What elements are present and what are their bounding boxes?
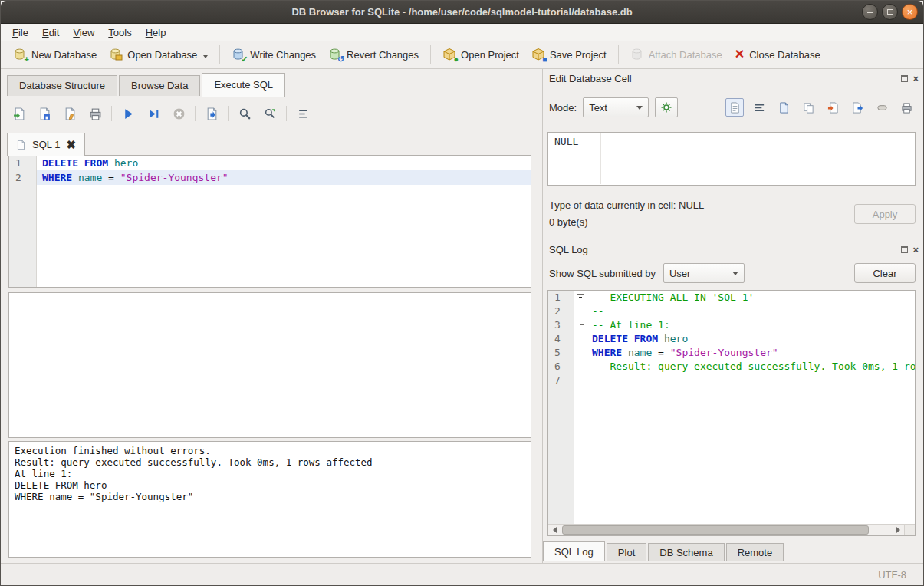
open-in-external-button[interactable] — [774, 98, 793, 117]
cell-editor[interactable]: NULL — [547, 132, 916, 186]
export-icon — [852, 102, 863, 114]
close-icon: × — [907, 7, 913, 17]
execute-current-line-button[interactable] — [144, 104, 163, 123]
find-icon — [238, 107, 252, 120]
dock-tab-sql-log[interactable]: SQL Log — [543, 541, 605, 561]
sql-tab[interactable]: SQL 1 ✖ — [7, 133, 85, 156]
copy-button[interactable] — [799, 98, 817, 117]
toolbar-separator — [286, 106, 287, 121]
attach-database-icon — [630, 48, 644, 61]
message-line: Result: query executed successfully. Too… — [15, 456, 525, 468]
tab-browse-data[interactable]: Browse Data — [119, 75, 200, 96]
execution-messages[interactable]: Execution finished without errors.Result… — [8, 441, 531, 558]
filter-label: Show SQL submitted by — [549, 268, 656, 279]
text-view-toggle[interactable] — [725, 98, 744, 117]
scroll-left-button[interactable] — [548, 525, 561, 535]
new-database-button[interactable]: + New Database — [7, 44, 103, 65]
revert-changes-button[interactable]: ↺ Revert Changes — [322, 44, 425, 65]
dock-tab-db-schema[interactable]: DB Schema — [648, 543, 724, 561]
scroll-track[interactable] — [561, 525, 892, 535]
fold-margin — [574, 374, 587, 387]
tab-execute-sql[interactable]: Execute SQL — [202, 73, 285, 97]
auto-switch-mode-icon — [660, 101, 672, 114]
scroll-right-button[interactable] — [892, 525, 904, 535]
arrow-right-icon — [896, 527, 900, 533]
menu-edit[interactable]: Edit — [35, 25, 66, 41]
save-sql-file-as-icon — [64, 107, 77, 120]
code-line: 6-- Result: query executed successfully.… — [548, 360, 915, 374]
word-wrap-button[interactable] — [750, 98, 768, 117]
minimize-button[interactable] — [862, 4, 878, 20]
write-changes-button[interactable]: ✓ Write Changes — [225, 44, 322, 65]
menu-help[interactable]: Help — [139, 25, 173, 41]
close-dock-icon[interactable]: × — [912, 245, 919, 255]
open-database-button[interactable]: Open Database — [103, 44, 214, 65]
float-dock-icon[interactable] — [901, 75, 908, 82]
find-replace-icon — [264, 107, 277, 120]
sql-editor[interactable]: 1DELETE FROM hero2WHERE name = "Spider-Y… — [8, 155, 531, 288]
apply-button: Apply — [854, 204, 916, 224]
save-project-button[interactable]: ■ Save Project — [525, 44, 613, 65]
menu-view[interactable]: View — [66, 25, 101, 41]
results-grid[interactable] — [8, 292, 531, 438]
import-button[interactable] — [824, 98, 842, 117]
save-sql-file-button[interactable] — [35, 104, 54, 123]
code-line: 2WHERE name = "Spider-Youngster" — [9, 170, 531, 185]
print-button[interactable] — [86, 104, 104, 123]
mode-select[interactable]: Text — [583, 97, 649, 117]
save-results-button[interactable] — [202, 104, 221, 123]
execute-all-button[interactable] — [119, 104, 137, 123]
code-line: 1-- EXECUTING ALL IN 'SQL 1' — [548, 291, 915, 305]
close-database-icon: ✕ — [735, 48, 745, 61]
right-panel: Edit Database Cell × Mode: Text — [542, 69, 923, 563]
find-replace-button[interactable] — [261, 104, 279, 123]
scroll-thumb[interactable] — [562, 525, 869, 535]
print-cell-button[interactable] — [897, 98, 916, 117]
clear-log-button[interactable]: Clear — [854, 263, 916, 283]
sql-log-view[interactable]: 1-- EXECUTING ALL IN 'SQL 1'2--3-- At li… — [547, 290, 916, 536]
dock-tab-remote[interactable]: Remote — [726, 543, 784, 561]
horizontal-scrollbar[interactable] — [548, 524, 915, 535]
open-in-external-icon — [778, 102, 790, 114]
write-changes-icon: ✓ — [232, 48, 245, 61]
tab-database-structure[interactable]: Database Structure — [7, 75, 117, 96]
print-icon — [901, 102, 912, 114]
message-line: WHERE name = "Spider-Youngster" — [15, 491, 525, 502]
encoding-indicator[interactable]: UTF-8 — [878, 569, 906, 581]
chevron-down-icon[interactable] — [203, 55, 208, 58]
save-results-icon — [206, 107, 219, 120]
submitted-by-select[interactable]: User — [663, 263, 745, 283]
code-line: 1DELETE FROM hero — [9, 156, 531, 170]
window-controls: × — [862, 4, 918, 20]
close-button[interactable]: × — [902, 4, 918, 20]
open-database-icon — [109, 48, 123, 61]
fold-marker-icon[interactable] — [574, 291, 587, 305]
export-button[interactable] — [848, 98, 866, 117]
sql-file-icon — [16, 140, 26, 150]
find-button[interactable] — [235, 104, 254, 123]
float-dock-icon[interactable] — [901, 246, 908, 253]
chevron-down-icon — [732, 272, 738, 275]
menu-bar: File Edit View Tools Help — [1, 24, 923, 41]
save-sql-file-as-button[interactable] — [61, 104, 79, 123]
open-project-button[interactable]: ● Open Project — [436, 44, 525, 65]
auto-switch-mode-button[interactable] — [655, 97, 678, 117]
dock-tab-plot[interactable]: Plot — [607, 543, 646, 561]
close-tab-icon[interactable]: ✖ — [66, 139, 76, 150]
sql-log-dock-icons: × — [901, 245, 919, 255]
maximize-button[interactable] — [882, 4, 898, 20]
menu-tools[interactable]: Tools — [101, 25, 138, 41]
execute-sql-panel: SQL 1 ✖ 1DELETE FROM hero2WHERE name = "… — [1, 97, 542, 560]
close-database-button[interactable]: ✕ Close Database — [728, 44, 827, 64]
minimize-icon — [867, 12, 873, 13]
auto-format-button[interactable] — [294, 104, 312, 123]
cell-value: NULL — [554, 136, 578, 147]
save-sql-file-icon — [38, 107, 51, 120]
set-null-button[interactable] — [873, 98, 891, 117]
fold-marker-icon — [574, 305, 587, 318]
fold-margin — [574, 332, 587, 346]
open-sql-file-button[interactable] — [10, 104, 28, 123]
menu-file[interactable]: File — [5, 25, 35, 41]
code-line: 4DELETE FROM hero — [548, 332, 915, 346]
close-dock-icon[interactable]: × — [912, 74, 919, 84]
